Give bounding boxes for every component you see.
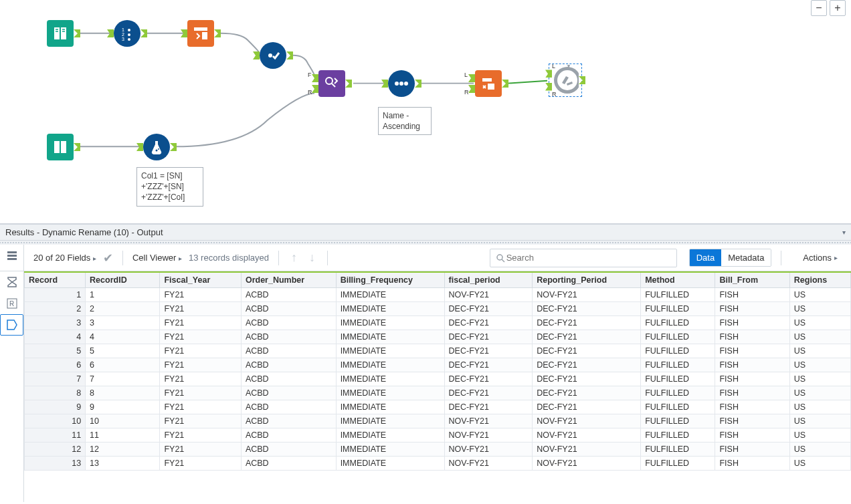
table-cell[interactable]: FULFILLED [641, 414, 715, 428]
table-cell[interactable]: DEC-FY21 [533, 400, 641, 414]
table-cell[interactable]: NOV-FY21 [533, 288, 641, 302]
table-cell[interactable]: FISH [715, 372, 789, 386]
record-id-tool[interactable]: 123 [114, 20, 140, 47]
table-cell[interactable]: FULFILLED [641, 386, 715, 400]
column-header[interactable]: Billing_Frequency [336, 272, 444, 288]
table-cell[interactable]: IMMEDIATE [336, 344, 444, 358]
data-metadata-toggle[interactable]: Data Metadata [689, 249, 772, 267]
side-tab-sigma[interactable] [0, 271, 23, 293]
table-cell[interactable]: US [789, 344, 850, 358]
table-cell[interactable]: 2 [25, 302, 86, 316]
table-cell[interactable]: 2 [86, 302, 160, 316]
table-cell[interactable]: US [789, 302, 850, 316]
table-cell[interactable]: FY21 [160, 372, 241, 386]
table-cell[interactable]: DEC-FY21 [444, 372, 533, 386]
table-cell[interactable]: ACBD [241, 457, 336, 471]
table-cell[interactable]: ACBD [241, 386, 336, 400]
table-cell[interactable]: FULFILLED [641, 372, 715, 386]
table-cell[interactable]: US [789, 358, 850, 372]
table-cell[interactable]: FY21 [160, 302, 241, 316]
table-cell[interactable]: FY21 [160, 428, 241, 443]
table-cell[interactable]: 13 [25, 457, 86, 471]
table-cell[interactable]: DEC-FY21 [533, 386, 641, 400]
data-cleanse-tool[interactable] [260, 42, 286, 69]
table-cell[interactable]: IMMEDIATE [336, 400, 444, 414]
column-header[interactable]: Regions [789, 272, 850, 288]
table-cell[interactable]: FISH [715, 400, 789, 414]
table-cell[interactable]: IMMEDIATE [336, 414, 444, 428]
table-cell[interactable]: IMMEDIATE [336, 443, 444, 457]
table-cell[interactable]: FULFILLED [641, 302, 715, 316]
input-data-tool[interactable] [47, 20, 74, 47]
column-header[interactable]: Reporting_Period [533, 272, 641, 288]
table-row[interactable]: 1010FY21ACBDIMMEDIATENOV-FY21NOV-FY21FUL… [25, 414, 851, 428]
table-cell[interactable]: 1 [25, 288, 86, 302]
table-cell[interactable]: 5 [86, 344, 160, 358]
table-cell[interactable]: US [789, 288, 850, 302]
column-header[interactable]: Fiscal_Year [160, 272, 241, 288]
table-cell[interactable]: IMMEDIATE [336, 457, 444, 471]
input-data-tool-2[interactable] [47, 134, 74, 160]
table-cell[interactable]: 12 [86, 443, 160, 457]
table-row[interactable]: 66FY21ACBDIMMEDIATEDEC-FY21DEC-FY21FULFI… [25, 358, 851, 372]
table-cell[interactable]: NOV-FY21 [533, 428, 641, 443]
table-cell[interactable]: 4 [86, 330, 160, 344]
results-table[interactable]: RecordRecordIDFiscal_YearOrder_NumberBil… [24, 271, 851, 471]
table-cell[interactable]: DEC-FY21 [444, 302, 533, 316]
column-header[interactable]: Record [25, 272, 86, 288]
table-cell[interactable]: IMMEDIATE [336, 428, 444, 443]
table-cell[interactable]: 10 [86, 414, 160, 428]
table-cell[interactable]: US [789, 443, 850, 457]
table-row[interactable]: 88FY21ACBDIMMEDIATEDEC-FY21DEC-FY21FULFI… [25, 386, 851, 400]
nav-down-button[interactable]: ↓ [306, 251, 318, 265]
table-cell[interactable]: 9 [86, 400, 160, 414]
table-cell[interactable]: FULFILLED [641, 428, 715, 443]
fields-dropdown[interactable]: 20 of 20 Fields ▸ [33, 253, 96, 263]
table-cell[interactable]: IMMEDIATE [336, 372, 444, 386]
table-cell[interactable]: DEC-FY21 [533, 302, 641, 316]
table-row[interactable]: 22FY21ACBDIMMEDIATEDEC-FY21DEC-FY21FULFI… [25, 302, 851, 316]
table-cell[interactable]: ACBD [241, 302, 336, 316]
table-cell[interactable]: ACBD [241, 358, 336, 372]
table-cell[interactable]: FISH [715, 288, 789, 302]
zoom-out-button[interactable]: − [811, 0, 827, 16]
table-cell[interactable]: NOV-FY21 [444, 414, 533, 428]
table-cell[interactable]: FULFILLED [641, 443, 715, 457]
column-header[interactable]: Bill_From [715, 272, 789, 288]
table-cell[interactable]: DEC-FY21 [533, 344, 641, 358]
table-cell[interactable]: FULFILLED [641, 288, 715, 302]
column-header[interactable]: fiscal_period [444, 272, 533, 288]
table-cell[interactable]: ACBD [241, 400, 336, 414]
table-cell[interactable]: FY21 [160, 316, 241, 330]
table-cell[interactable]: 11 [86, 428, 160, 443]
table-cell[interactable]: 3 [86, 316, 160, 330]
table-row[interactable]: 1111FY21ACBDIMMEDIATENOV-FY21NOV-FY21FUL… [25, 428, 851, 443]
table-cell[interactable]: 6 [86, 358, 160, 372]
table-cell[interactable]: 6 [25, 358, 86, 372]
table-cell[interactable]: DEC-FY21 [533, 372, 641, 386]
table-cell[interactable]: US [789, 414, 850, 428]
cell-viewer-dropdown[interactable]: Cell Viewer ▸ [132, 253, 182, 263]
table-cell[interactable]: NOV-FY21 [444, 443, 533, 457]
search-input[interactable] [505, 252, 671, 263]
table-cell[interactable]: FISH [715, 330, 789, 344]
table-cell[interactable]: IMMEDIATE [336, 316, 444, 330]
table-row[interactable]: 77FY21ACBDIMMEDIATEDEC-FY21DEC-FY21FULFI… [25, 372, 851, 386]
table-cell[interactable]: ACBD [241, 414, 336, 428]
output-tool-selected[interactable]: L R [549, 64, 582, 97]
table-cell[interactable]: NOV-FY21 [444, 428, 533, 443]
table-cell[interactable]: 8 [25, 386, 86, 400]
table-cell[interactable]: FY21 [160, 288, 241, 302]
select-tool[interactable] [187, 20, 214, 47]
nav-up-button[interactable]: ↑ [288, 251, 300, 265]
table-cell[interactable]: FISH [715, 358, 789, 372]
table-cell[interactable]: ACBD [241, 428, 336, 443]
table-cell[interactable]: NOV-FY21 [444, 457, 533, 471]
table-cell[interactable]: DEC-FY21 [444, 316, 533, 330]
table-cell[interactable]: FISH [715, 302, 789, 316]
table-row[interactable]: 1212FY21ACBDIMMEDIATENOV-FY21NOV-FY21FUL… [25, 443, 851, 457]
table-cell[interactable]: FISH [715, 428, 789, 443]
search-field[interactable] [490, 249, 677, 267]
table-cell[interactable]: DEC-FY21 [533, 316, 641, 330]
table-cell[interactable]: US [789, 386, 850, 400]
